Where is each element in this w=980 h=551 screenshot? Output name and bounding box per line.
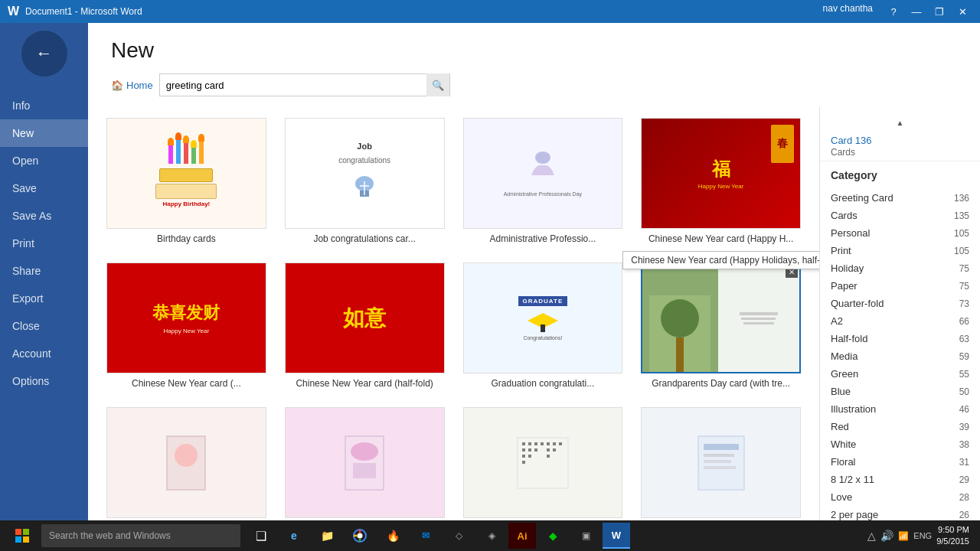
taskbar-time: 9:50 PM (936, 524, 969, 536)
template-card[interactable]: 福 Happy New Year 春 Chinese New Year card… (638, 115, 804, 247)
search-input[interactable] (160, 74, 426, 96)
category-item[interactable]: Half-fold 63 (820, 330, 980, 347)
home-icon: 🏠 (111, 80, 123, 91)
category-name: Love (831, 491, 852, 503)
category-item[interactable]: Cards 135 (820, 207, 980, 224)
taskbar-right: △ 🔊 📶 ENG 9:50 PM 9/5/2015 (867, 524, 975, 548)
category-item[interactable]: Quarter-fold 73 (820, 295, 980, 312)
category-name: Illustration (831, 403, 876, 415)
category-count: 59 (959, 351, 969, 362)
sidebar-scroll-up[interactable]: ▲ (820, 116, 980, 130)
category-count: 105 (954, 228, 969, 239)
template-card[interactable] (638, 404, 804, 520)
category-count: 55 (959, 369, 969, 380)
category-name: Quarter-fold (831, 298, 884, 309)
category-item[interactable]: Print 105 (820, 242, 980, 259)
sidebar-item-open[interactable]: Open (0, 147, 88, 174)
help-button[interactable]: ? (884, 3, 903, 20)
sidebar-item-info[interactable]: Info (0, 92, 88, 119)
user-name: nav chantha (823, 3, 873, 20)
template-card[interactable]: Happy Birthday! Birthday cards (103, 115, 270, 247)
template-card[interactable] (460, 404, 626, 520)
template-preview: Happy Birthday! (106, 118, 266, 229)
restore-button[interactable]: ❐ (929, 3, 949, 20)
file-explorer-button[interactable]: 📁 (311, 520, 343, 551)
category-name: Green (831, 368, 858, 380)
category-count: 135 (954, 210, 969, 221)
category-item[interactable]: Holiday 75 (820, 259, 980, 277)
firefox-button[interactable]: 🔥 (377, 520, 409, 551)
template-card[interactable]: 如意 Chinese New Year card (half-fold) (282, 259, 448, 392)
back-button[interactable]: ← (21, 31, 67, 77)
template-card[interactable]: ✕ Grandparents Day card (with tre... Chi… (638, 259, 804, 392)
home-link[interactable]: 🏠 Home (111, 80, 153, 91)
outlook-button[interactable]: ✉ (410, 520, 442, 551)
category-item[interactable]: 2 per page 26 (820, 506, 980, 520)
category-name: Red (831, 421, 849, 432)
search-button[interactable]: 🔍 (426, 73, 449, 96)
category-item[interactable]: Media 59 (820, 347, 980, 365)
taskbar-search-input[interactable] (41, 524, 240, 547)
close-card-button[interactable]: ✕ (786, 266, 798, 278)
misc5-button[interactable]: ▣ (570, 520, 602, 551)
sidebar-item-export[interactable]: Export (0, 285, 88, 312)
category-item[interactable]: Green 55 (820, 365, 980, 383)
category-name: Media (831, 350, 858, 362)
template-card[interactable] (103, 404, 270, 520)
category-item[interactable]: Love 28 (820, 488, 980, 506)
template-card[interactable]: Administrative Professionals Day Adminis… (460, 115, 626, 247)
category-count: 73 (959, 298, 969, 309)
template-card[interactable] (282, 404, 448, 520)
chrome-button[interactable] (344, 520, 376, 551)
category-item[interactable]: Paper 75 (820, 277, 980, 295)
template-card[interactable]: Job congratulations (282, 115, 448, 247)
category-title: Category (820, 165, 980, 189)
windows-icon (15, 529, 29, 543)
template-card[interactable]: 恭喜发财 Happy New Year Chinese New Year car… (103, 259, 270, 392)
edge-button[interactable]: e (278, 520, 310, 551)
word-button[interactable]: W (603, 523, 630, 549)
template-label: Chinese New Year card (... (106, 378, 266, 389)
svg-rect-36 (704, 466, 736, 469)
misc1-button[interactable]: ◇ (443, 520, 475, 551)
category-item[interactable]: 8 1/2 x 11 29 (820, 471, 980, 488)
sidebar-item-account[interactable]: Account (0, 340, 88, 367)
category-item[interactable]: White 38 (820, 435, 980, 453)
task-view-button[interactable]: ❑ (245, 520, 277, 551)
sidebar-item-print[interactable]: Print (0, 230, 88, 257)
template-preview: 福 Happy New Year 春 (641, 118, 801, 229)
nav-items: Info New Open Save Save As Print Share E… (0, 92, 88, 395)
category-item[interactable]: Personal 105 (820, 224, 980, 242)
template-card[interactable]: GRADUATE Congratulations! Graduation con… (460, 259, 626, 392)
template-preview (285, 407, 445, 518)
svg-rect-34 (704, 454, 734, 457)
sidebar-item-label: Save As (12, 210, 51, 222)
category-item[interactable]: Blue 50 (820, 383, 980, 400)
taskbar-date: 9/5/2015 (936, 536, 969, 547)
close-button[interactable]: ✕ (952, 3, 972, 20)
category-count: 75 (959, 263, 969, 274)
category-item[interactable]: Illustration 46 (820, 400, 980, 418)
sidebar-item-share[interactable]: Share (0, 257, 88, 285)
sidebar-item-close[interactable]: Close (0, 312, 88, 340)
minimize-button[interactable]: — (906, 3, 926, 20)
sidebar-item-new[interactable]: New (0, 119, 88, 147)
search-bar: 🏠 Home 🔍 (111, 73, 957, 96)
misc4-button[interactable]: ◆ (537, 520, 569, 551)
misc2-button[interactable]: ◈ (475, 520, 508, 551)
start-button[interactable] (5, 520, 40, 551)
template-preview: ✕ (641, 262, 801, 373)
category-item[interactable]: Greeting Card 136 (820, 189, 980, 207)
svg-rect-29 (547, 448, 550, 452)
category-name: Cards (831, 210, 858, 221)
svg-point-42 (358, 533, 363, 539)
sidebar-item-save-as[interactable]: Save As (0, 202, 88, 230)
sidebar-item-save[interactable]: Save (0, 174, 88, 202)
category-name: 8 1/2 x 11 (831, 474, 874, 485)
category-item[interactable]: Floral 31 (820, 453, 980, 471)
illustrator-button[interactable]: Ai (508, 523, 536, 549)
category-breadcrumb-parent[interactable]: Card 136 (831, 135, 969, 146)
category-item[interactable]: A2 66 (820, 312, 980, 330)
category-item[interactable]: Red 39 (820, 418, 980, 435)
sidebar-item-options[interactable]: Options (0, 367, 88, 395)
